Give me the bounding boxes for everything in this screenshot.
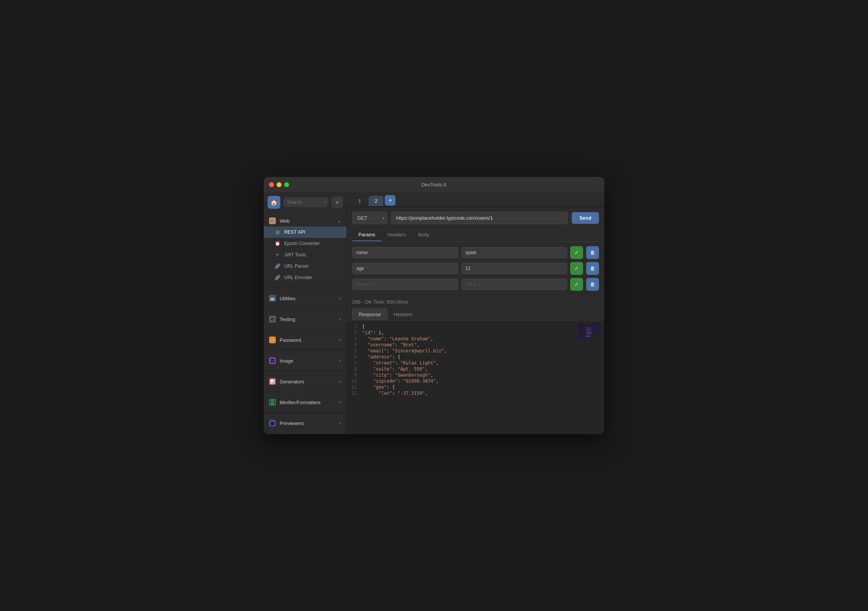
param-key-2[interactable] [352, 263, 458, 274]
sidebar-item-url-encoder[interactable]: 🔗 URL Encoder [264, 272, 347, 283]
param-delete-1[interactable]: 🗑 [586, 246, 599, 259]
maximize-button[interactable] [284, 182, 289, 187]
divider-4 [264, 350, 347, 350]
divider-5 [264, 371, 347, 371]
section-header-password[interactable]: 🔒 Password ▾ [264, 334, 347, 346]
code-line-1: 1 { [347, 324, 604, 330]
tab-1[interactable]: 1 [352, 196, 367, 206]
url-parser-icon: 🔗 [274, 263, 280, 269]
close-button[interactable] [269, 182, 274, 187]
thumbnail-code: "id":1,"name":"Leanne""user":"Bret", [585, 326, 593, 338]
previewers-chevron-icon: ▾ [339, 421, 341, 425]
line-content-2: "id": 1, [362, 330, 384, 335]
param-delete-2[interactable]: 🗑 [586, 262, 599, 275]
line-content-7: "street": "Kulas Light", [362, 360, 439, 366]
minimize-button[interactable] [277, 182, 282, 187]
response-body[interactable]: "id":1,"name":"Leanne""user":"Bret", 1 {… [347, 321, 604, 434]
url-input[interactable] [391, 212, 568, 224]
minifier-section-label: Minifier/Formatters [280, 400, 320, 405]
line-content-8: "suite": "Apt. 556", [362, 366, 428, 372]
section-header-minifier[interactable]: { } Minifier/Formatters ▾ [264, 397, 347, 408]
line-content-6: "address": { [362, 354, 400, 360]
res-tab-headers[interactable]: Headers [387, 309, 419, 320]
param-delete-3[interactable]: 🗑 [586, 278, 599, 291]
sidebar-item-jwt-tools[interactable]: ✳ JWT Tools [264, 249, 347, 261]
line-num-8: 8 [347, 366, 362, 372]
line-content-12: "lat": "-37.3159", [362, 391, 428, 396]
section-header-web[interactable]: 🌐 Web ▲ [264, 215, 347, 226]
param-value-3[interactable] [461, 279, 567, 290]
line-num-7: 7 [347, 360, 362, 366]
minifier-chevron-icon: ▾ [339, 400, 341, 405]
divider-2 [264, 309, 347, 309]
traffic-lights [269, 182, 289, 187]
image-section-label: Image [280, 358, 293, 364]
previewers-section-label: Previewers [280, 420, 304, 426]
sidebar: 🏠 ▾ ≡ 🌐 Web ▲ ▦ REST API [264, 192, 347, 434]
line-num-12: 12 [347, 391, 362, 396]
jwt-icon: ✳ [274, 252, 280, 258]
line-content-11: "geo": { [362, 385, 395, 390]
section-header-image[interactable]: 🖼 Image ▾ [264, 355, 347, 366]
line-content-9: "city": "Gwenborough", [362, 372, 433, 378]
line-num-1: 1 [347, 324, 362, 329]
section-header-utilities[interactable]: 🚌 Utilities ▾ [264, 293, 347, 304]
response-status: 200 - OK Time: 650.00ms [347, 295, 604, 309]
section-header-previewers[interactable]: ▦ Previewers ▾ [264, 417, 347, 429]
testing-section-label: Testing [280, 316, 295, 322]
param-check-3[interactable]: ✓ [570, 278, 583, 291]
section-header-testing[interactable]: ⚙ Testing ▾ [264, 313, 347, 325]
sidebar-top: 🏠 ▾ ≡ [264, 192, 347, 212]
home-button[interactable]: 🏠 [268, 196, 280, 209]
epoch-icon: ⏰ [274, 240, 280, 247]
password-icon: 🔒 [269, 337, 276, 343]
param-key-3[interactable] [352, 279, 458, 290]
divider-7 [264, 413, 347, 413]
line-num-10: 10 [347, 378, 362, 384]
web-section-label: Web [280, 218, 290, 224]
send-button[interactable]: Send [572, 212, 599, 224]
sidebar-item-rest-api-label: REST API [284, 230, 305, 235]
web-chevron-icon: ▲ [338, 219, 341, 223]
param-key-1[interactable] [352, 247, 458, 258]
line-num-4: 4 [347, 342, 362, 347]
line-num-3: 3 [347, 336, 362, 341]
tab-body[interactable]: Body [412, 229, 436, 241]
param-check-2[interactable]: ✓ [570, 262, 583, 275]
tab-2[interactable]: 2 [369, 196, 383, 206]
app-body: 🏠 ▾ ≡ 🌐 Web ▲ ▦ REST API [264, 192, 604, 434]
param-check-1[interactable]: ✓ [570, 246, 583, 259]
code-line-10: 10 "zipcode": "92998-3874", [347, 378, 604, 384]
tab-params[interactable]: Params [352, 229, 381, 241]
tab-headers[interactable]: Headers [381, 229, 412, 241]
param-value-2[interactable] [461, 263, 567, 274]
window-title: DevTools-X [422, 182, 446, 188]
line-num-5: 5 [347, 348, 362, 354]
method-select[interactable]: GET POST PUT DELETE [352, 212, 387, 224]
line-content-1: { [362, 324, 365, 329]
testing-chevron-icon: ▾ [339, 317, 341, 321]
add-tab-button[interactable]: + [385, 195, 395, 206]
divider-1 [264, 288, 347, 288]
sidebar-section-previewers: ▦ Previewers ▾ [264, 414, 347, 432]
res-tab-response[interactable]: Response [352, 309, 387, 320]
sidebar-item-rest-api[interactable]: ▦ REST API [264, 226, 347, 238]
search-wrapper: ▾ [283, 197, 328, 207]
code-line-3: 3 "name": "Leanne Graham", [347, 336, 604, 342]
sidebar-section-minifier: { } Minifier/Formatters ▾ [264, 394, 347, 411]
menu-button[interactable]: ≡ [331, 197, 343, 208]
search-input[interactable] [283, 197, 328, 207]
web-section-icon: 🌐 [269, 217, 276, 224]
line-content-5: "email": "Sincere@april.biz", [362, 348, 447, 354]
sidebar-item-jwt-label: JWT Tools [284, 252, 306, 257]
section-header-generators[interactable]: 📊 Generators ▾ [264, 376, 347, 387]
thumbnail-inner: "id":1,"name":"Leanne""user":"Bret", [578, 324, 600, 341]
response-thumbnail: "id":1,"name":"Leanne""user":"Bret", [578, 324, 600, 341]
param-value-1[interactable] [461, 247, 567, 258]
params-section: ✓ 🗑 ✓ 🗑 ✓ 🗑 [347, 242, 604, 295]
search-chevron-icon: ▾ [324, 200, 326, 205]
sidebar-item-epoch-converter[interactable]: ⏰ Epoch Converter [264, 238, 347, 249]
sidebar-item-url-parser[interactable]: 🔗 URL Parser [264, 261, 347, 272]
divider-6 [264, 392, 347, 392]
code-line-9: 9 "city": "Gwenborough", [347, 372, 604, 378]
